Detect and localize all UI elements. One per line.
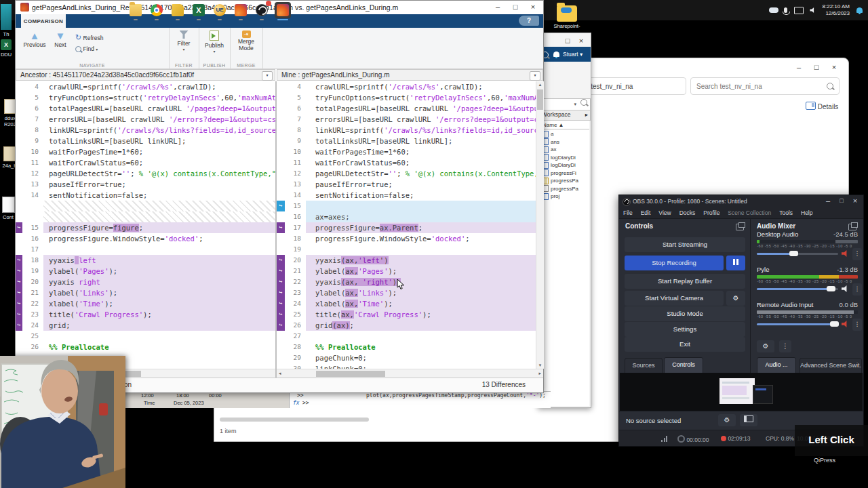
speaker-icon[interactable] [842, 250, 850, 257]
code-line[interactable]: 7errorsURL=[baseURL crawlURL '/errors?de… [16, 114, 275, 125]
workspace-name-header[interactable]: Name ▲ [540, 121, 589, 129]
help-icon[interactable]: ? [519, 16, 539, 26]
merge-arrow-marker[interactable]: ↪ [277, 277, 285, 287]
obs-title-bar[interactable]: OBS 30.0.0 - Profile: 1080 - Scenes: Unt… [619, 195, 863, 207]
search-input[interactable]: Search test_nv_ni_na [690, 77, 840, 95]
taskbar-icon-excel[interactable]: X [191, 2, 207, 18]
dock-popout-icon[interactable] [736, 224, 744, 230]
code-line[interactable]: ↪26grid(ax); [277, 320, 536, 331]
desktop-icon-ddu[interactable]: X DDU [0, 39, 16, 58]
menu-item-profile[interactable]: Profile [699, 207, 724, 218]
volume-slider[interactable] [757, 253, 838, 255]
code-line[interactable]: 4crawlURL=sprintf('/crawls/%s',crawlID); [277, 81, 536, 92]
scrollbar-thumb[interactable] [537, 89, 543, 110]
code-line[interactable]: 6totalPagesURL=[baseURL crawlURL '/pages… [16, 103, 275, 114]
channel-menu-button[interactable]: ⋮ [852, 319, 862, 331]
speaker-icon[interactable] [842, 321, 850, 327]
code-line[interactable]: 16ax=axes; [277, 211, 536, 222]
virtual-camera-settings-button[interactable]: ⚙ [726, 291, 745, 306]
tab-controls[interactable]: Controls [664, 357, 703, 373]
preview-area[interactable] [620, 373, 863, 411]
code-line[interactable]: 7errorsURL=[baseURL crawlURL '/errors?de… [277, 114, 536, 125]
code-line[interactable]: 4crawlURL=sprintf('/crawls/%s',crawlID); [16, 81, 275, 92]
mine-code-pane[interactable]: 4crawlURL=sprintf('/crawls/%s',crawlID);… [277, 81, 536, 369]
code-line[interactable]: ↪19ylabel('Pages'); [16, 266, 275, 277]
code-line[interactable]: 17 [16, 244, 275, 255]
maximize-button[interactable]: □ [835, 195, 848, 207]
code-line[interactable]: 9totalLinksURL=[baseURL linkURL]; [277, 136, 536, 146]
workspace-variable[interactable]: progressPa [540, 177, 589, 185]
display-icon[interactable] [794, 7, 804, 14]
code-line[interactable]: 18progressFigure.WindowStyle='docked'; [277, 233, 536, 244]
code-line[interactable]: ↪20yyaxis(ax,'left') [277, 255, 536, 266]
tab-advanced-scene-switcher[interactable]: Advanced Scene Swit... [800, 358, 862, 374]
code-line[interactable]: 28%% Preallocate [277, 342, 536, 352]
code-line[interactable]: 29pageChunk=0; [277, 352, 536, 363]
taskbar-icon-matlab[interactable] [233, 2, 249, 18]
channel-menu-button[interactable]: ⋮ [852, 248, 862, 260]
merge-arrow-marker[interactable]: ↪ [277, 201, 285, 211]
code-line[interactable]: 11waitForCrawlStatus=60; [16, 157, 275, 168]
code-line[interactable]: 10waitForPagesTime=1*60; [277, 146, 536, 157]
merge-arrow-marker[interactable]: ↪ [277, 266, 285, 277]
maximize-button[interactable]: □ [808, 61, 825, 74]
studio-mode-button[interactable]: Studio Mode [625, 306, 745, 321]
minimize-button[interactable]: – [790, 61, 808, 74]
code-line[interactable]: ↪15 [277, 201, 536, 211]
scroll-right-arrow[interactable]: ▸ [538, 371, 541, 376]
merge-arrow-marker[interactable]: ↪ [16, 298, 22, 309]
workspace-variable[interactable]: progressPa [540, 185, 589, 193]
code-line[interactable]: 11waitForCrawlStatus=60; [277, 157, 536, 168]
code-line[interactable]: 16progressFigure.WindowStyle='docked'; [16, 233, 275, 244]
clock[interactable]: 8:22:10 AM 12/6/2023 [823, 3, 850, 17]
code-line[interactable]: 9totalLinksURL=[baseURL linkURL]; [16, 136, 275, 146]
slider-handle[interactable] [827, 286, 835, 291]
code-line[interactable]: 5tryFuncOptions=struct('retryDelayInSecs… [16, 92, 275, 103]
close-button[interactable]: × [574, 35, 588, 47]
workspace-variable[interactable]: progressFi [540, 169, 589, 178]
publish-button[interactable]: Publish ▾ [201, 30, 227, 54]
taskbar-icon-file-explorer[interactable] [127, 2, 144, 18]
horizontal-scrollbar[interactable] [220, 418, 369, 422]
code-line[interactable]: 12pageURLDetectStr=''; % '@(x) contains(… [277, 168, 536, 179]
dock-popout-icon[interactable] [848, 224, 856, 230]
menu-item-docks[interactable]: Docks [675, 207, 700, 218]
merge-arrow-marker[interactable]: ↪ [277, 255, 285, 266]
code-line[interactable]: ↪24grid; [16, 320, 275, 331]
taskbar-icon-matlab-active[interactable] [275, 2, 291, 18]
refresh-button[interactable]: ↻ Refresh [75, 33, 116, 42]
scroll-left-arrow[interactable]: ◂ [279, 371, 281, 376]
code-line[interactable]: ↪20yyaxis right [16, 277, 275, 287]
tab-comparison[interactable]: COMPARISON [21, 14, 66, 28]
code-line[interactable]: 13pauseIfError=true; [277, 179, 536, 190]
taskbar-icon-notes[interactable] [170, 2, 186, 18]
close-button[interactable]: × [825, 61, 843, 74]
code-line[interactable]: 13pauseIfError=true; [16, 179, 275, 190]
merge-arrow-marker[interactable]: ↪ [16, 309, 22, 320]
notifications-bell-icon[interactable] [856, 7, 863, 13]
code-line[interactable]: 30linkChunk=0; [277, 363, 536, 369]
merge-arrow-marker[interactable]: ↪ [16, 277, 22, 287]
start-replay-buffer-button[interactable]: Start Replay Buffer [625, 274, 745, 289]
mixer-gear-button[interactable]: ⚙ [757, 340, 774, 352]
workspace-panel-header[interactable]: Workspace ▸ [538, 110, 591, 121]
code-line[interactable]: ↪18yyaxis left [16, 255, 275, 266]
code-line[interactable]: 10waitForPagesTime=1*60; [16, 146, 275, 157]
code-line[interactable]: ↪23ylabel(ax,'Links'); [277, 287, 536, 298]
workspace-variable[interactable]: logDiaryDi [540, 154, 589, 162]
taskbar-icon-chrome[interactable] [149, 2, 165, 18]
code-line[interactable]: 8linkURL=sprintf('/crawls/%s/links?field… [277, 125, 536, 136]
next-button[interactable]: ▼ Next [50, 30, 71, 48]
mixer-menu-button[interactable]: ⋮ [779, 340, 791, 352]
minimize-button[interactable]: – [821, 195, 835, 207]
merge-arrow-marker[interactable]: ↪ [16, 287, 22, 298]
code-line[interactable]: 12pageURLDetectStr=''; % '@(x) contains(… [16, 168, 275, 179]
close-button[interactable]: × [524, 1, 542, 14]
taskbar-icon-ultraedit[interactable]: UE [212, 2, 228, 18]
vertical-scrollbar[interactable]: ▲ ▼ [536, 81, 544, 369]
workspace-variable[interactable]: ans [540, 138, 589, 146]
code-line[interactable]: 25 [16, 331, 275, 342]
taskbar-icon-obs[interactable] [254, 2, 270, 18]
code-line[interactable]: ↪15progressFigure=figure; [16, 222, 275, 233]
onedrive-icon[interactable] [769, 7, 778, 13]
